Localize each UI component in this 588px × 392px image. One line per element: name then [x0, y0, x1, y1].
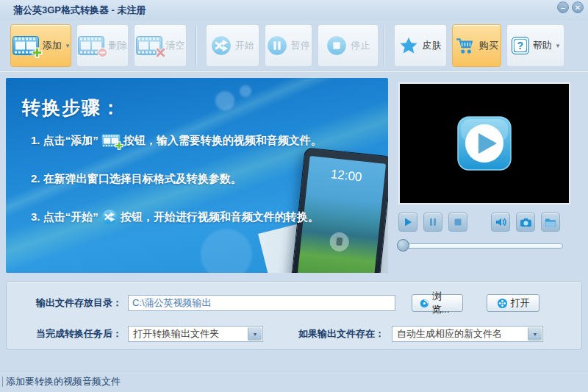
pause-icon	[267, 35, 287, 56]
pause-icon	[429, 218, 437, 227]
bokeh-circle	[240, 85, 251, 97]
clear-button-label: 清空	[166, 39, 185, 52]
status-text: 添加要转换的视频音频文件	[2, 377, 121, 387]
output-directory-row: 输出文件存放目录： 浏览... 打开	[36, 294, 573, 312]
preview-play-button[interactable]	[398, 213, 417, 232]
output-directory-input[interactable]	[128, 295, 395, 311]
pause-button[interactable]: 暂停	[265, 24, 312, 67]
open-button[interactable]: 打开	[487, 294, 539, 312]
phone-clock: 12:00	[307, 165, 385, 188]
open-button-label: 打开	[511, 296, 530, 310]
after-task-label: 当完成转换任务后：	[36, 327, 122, 341]
add-film-icon	[12, 36, 39, 55]
after-task-value: 打开转换输出文件夹	[133, 327, 219, 341]
window-title: 蒲公英3GP格式转换器 - 未注册	[13, 0, 146, 21]
clear-button[interactable]: 清空	[134, 24, 186, 67]
bokeh-circle	[215, 91, 234, 110]
stop-button[interactable]: 停止	[318, 24, 379, 67]
preview-stop-button[interactable]	[448, 213, 467, 232]
file-exists-select[interactable]: 自动生成相应的新文件名 ▼	[392, 326, 543, 342]
volume-button[interactable]	[491, 213, 510, 232]
minus-badge-icon	[97, 47, 108, 58]
start-button-label: 开始	[235, 39, 254, 52]
film-reel-icon	[497, 298, 508, 309]
delete-film-icon	[78, 36, 104, 55]
chevron-down-icon: ▼	[248, 327, 262, 341]
output-directory-label: 输出文件存放目录：	[36, 296, 122, 310]
step-2-text: 2. 在新弹出窗口选择目标格式及转换参数。	[31, 172, 242, 186]
help-button-label: 帮助	[533, 39, 552, 52]
open-folder-button[interactable]	[541, 213, 560, 232]
seek-track[interactable]	[398, 243, 563, 249]
add-button-label: 添加	[43, 39, 62, 52]
browse-icon	[420, 298, 429, 309]
buy-button-label: 购买	[479, 39, 498, 52]
chevron-down-icon: ▼	[528, 327, 542, 341]
instructions-panel: 12:00 转换步骤： 1. 点击“添加” 按钮，输入需要转换的视频和音频文件。…	[6, 78, 388, 273]
x-badge-icon	[155, 47, 166, 58]
toolbar: 添加 ▾ 删除 清空	[0, 21, 588, 71]
seek-bar[interactable]	[398, 243, 563, 249]
clear-film-icon	[136, 36, 162, 55]
step-1-prefix: 1. 点击“添加”	[31, 134, 98, 148]
delete-button-label: 删除	[108, 39, 127, 52]
folder-icon	[544, 217, 557, 228]
plus-badge-icon	[32, 47, 43, 58]
stop-icon	[453, 218, 462, 227]
camera-icon	[520, 217, 532, 228]
window-controls: – ✕	[557, 1, 584, 13]
seek-knob[interactable]	[397, 239, 409, 252]
toolbar-separator	[196, 26, 197, 65]
question-mark-icon: ?	[512, 37, 529, 54]
step-3-suffix: 按钮，开始进行视频和音频文件的转换。	[121, 210, 319, 224]
lock-icon	[329, 231, 350, 252]
help-button[interactable]: ? 帮助 ▾	[506, 24, 564, 67]
skin-button-label: 皮肤	[422, 39, 441, 52]
toolbar-separator	[384, 26, 385, 65]
play-overlay-button[interactable]	[456, 115, 512, 171]
minimize-button[interactable]: –	[557, 1, 569, 13]
skin-button[interactable]: 皮肤	[394, 24, 446, 67]
bokeh-circle	[201, 229, 252, 273]
chevron-down-icon: ▾	[66, 42, 70, 49]
file-exists-value: 自动生成相应的新文件名	[397, 327, 502, 341]
title-bar: 蒲公英3GP格式转换器 - 未注册 – ✕	[0, 0, 588, 21]
step-1: 1. 点击“添加” 按钮，输入需要转换的视频和音频文件。	[31, 134, 322, 148]
after-task-select[interactable]: 打开转换输出文件夹 ▼	[128, 326, 263, 342]
add-button[interactable]: 添加 ▾	[10, 24, 71, 67]
step-2: 2. 在新弹出窗口选择目标格式及转换参数。	[31, 172, 242, 186]
file-exists-label: 如果输出文件存在：	[298, 327, 384, 341]
play-icon	[403, 217, 413, 227]
preview-panel	[395, 78, 582, 273]
close-button[interactable]: ✕	[572, 1, 584, 13]
preview-pause-button[interactable]	[423, 213, 442, 232]
pause-button-label: 暂停	[291, 39, 310, 52]
options-row: 当完成转换任务后： 打开转换输出文件夹 ▼ 如果输出文件存在： 自动生成相应的新…	[36, 326, 573, 342]
main-content: 12:00 转换步骤： 1. 点击“添加” 按钮，输入需要转换的视频和音频文件。…	[0, 71, 588, 273]
steps-title: 转换步骤：	[22, 96, 121, 120]
start-button[interactable]: 开始	[206, 24, 259, 67]
status-bar: 添加要转换的视频音频文件	[0, 371, 588, 392]
stop-icon	[326, 35, 347, 56]
video-preview	[398, 82, 570, 204]
start-convert-icon	[211, 35, 232, 56]
buy-button[interactable]: 购买	[452, 24, 501, 67]
star-icon	[399, 36, 418, 55]
plus-badge-icon	[115, 141, 123, 150]
speaker-icon	[495, 216, 507, 228]
stop-button-label: 停止	[351, 39, 370, 52]
snapshot-button[interactable]	[516, 213, 535, 232]
browse-button-label: 浏览...	[432, 290, 455, 316]
cart-icon	[455, 36, 476, 55]
browse-button[interactable]: 浏览...	[412, 294, 463, 312]
playback-controls	[398, 213, 560, 232]
output-settings-panel: 输出文件存放目录： 浏览... 打开	[6, 281, 582, 350]
add-film-icon	[101, 134, 121, 148]
app-window: 蒲公英3GP格式转换器 - 未注册 – ✕ 添加 ▾	[0, 0, 588, 350]
step-3: 3. 点击“开始” 按钮，开始进行视频和音频文件的转换。	[31, 209, 319, 225]
start-convert-icon	[101, 209, 118, 225]
delete-button[interactable]: 删除	[76, 24, 129, 67]
step-1-suffix: 按钮，输入需要转换的视频和音频文件。	[123, 134, 322, 148]
chevron-down-icon: ▾	[556, 42, 560, 49]
step-3-prefix: 3. 点击“开始”	[31, 210, 98, 224]
